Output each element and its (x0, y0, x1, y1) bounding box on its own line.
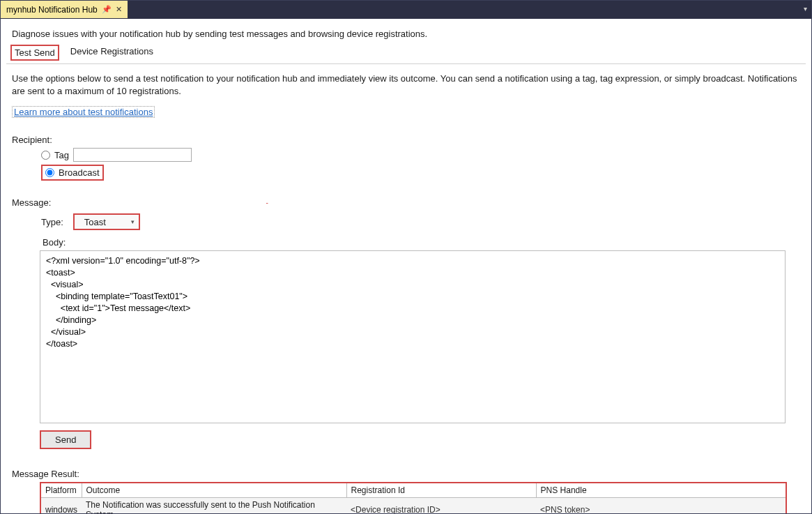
recipient-tag-radio[interactable] (41, 151, 50, 160)
window-menu-icon[interactable]: ▾ (804, 5, 807, 13)
recipient-tag-input[interactable] (73, 148, 192, 162)
recipient-tag-row: Tag (41, 148, 806, 162)
recipient-broadcast-row: Broadcast (41, 165, 104, 181)
document-tab[interactable]: mynhub Notification Hub 📌 ✕ (1, 1, 128, 18)
result-header-row: Platform Outcome Registration Id PNS Han… (41, 483, 786, 498)
tab-device-registrations[interactable]: Device Registrations (68, 45, 156, 61)
cell-pns-handle: <PNS token> (536, 498, 786, 514)
col-pns-handle[interactable]: PNS Handle (536, 483, 786, 498)
table-row[interactable]: windows The Notification was successfull… (41, 498, 786, 514)
recipient-label: Recipient: (12, 135, 800, 145)
recipient-broadcast-radio[interactable] (45, 168, 54, 177)
col-platform[interactable]: Platform (41, 483, 82, 498)
intro-text: Use the options below to send a test not… (12, 73, 800, 98)
tab-test-send[interactable]: Test Send (10, 45, 59, 61)
chevron-down-icon: ▾ (131, 218, 135, 225)
message-type-select[interactable]: Toast ▾ (73, 213, 140, 230)
message-type-label: Type: (41, 217, 63, 227)
pin-icon[interactable]: 📌 (102, 5, 112, 14)
result-table: Platform Outcome Registration Id PNS Han… (41, 483, 786, 514)
tab-device-registrations-label: Device Registrations (70, 46, 153, 56)
message-result-label: Message Result: (12, 469, 800, 479)
col-registration-id[interactable]: Registration Id (346, 483, 536, 498)
document-tab-title: mynhub Notification Hub (6, 5, 98, 15)
message-block: Message: - Type: Toast ▾ Body: Send (6, 197, 806, 449)
message-label: Message: (12, 197, 51, 208)
cell-outcome: The Notification was successfully sent t… (82, 498, 346, 514)
col-outcome[interactable]: Outcome (82, 483, 346, 498)
tab-test-send-label: Test Send (15, 47, 55, 58)
send-button[interactable]: Send (40, 430, 91, 449)
send-button-label: Send (55, 434, 76, 445)
message-body-textarea[interactable] (40, 250, 786, 423)
page-tagline: Diagnose issues with your notification h… (12, 29, 800, 39)
content-area: Diagnose issues with your notification h… (1, 19, 811, 514)
recipient-broadcast-label: Broadcast (59, 167, 100, 178)
result-table-wrap: Platform Outcome Registration Id PNS Han… (40, 482, 787, 514)
cell-platform: windows (41, 498, 82, 514)
recipient-block: Tag Broadcast (41, 148, 806, 182)
close-icon[interactable]: ✕ (116, 5, 122, 14)
message-body-label: Body: (43, 237, 806, 248)
divider-mark: - (266, 199, 268, 206)
learn-more-link[interactable]: Learn more about test notifications (12, 106, 155, 118)
subtab-bar: Test Send Device Registrations (6, 43, 806, 64)
recipient-tag-label: Tag (54, 150, 69, 160)
message-type-value: Toast (84, 217, 106, 227)
cell-registration-id: <Device registration ID> (346, 498, 536, 514)
titlebar: mynhub Notification Hub 📌 ✕ ▾ (1, 1, 811, 19)
